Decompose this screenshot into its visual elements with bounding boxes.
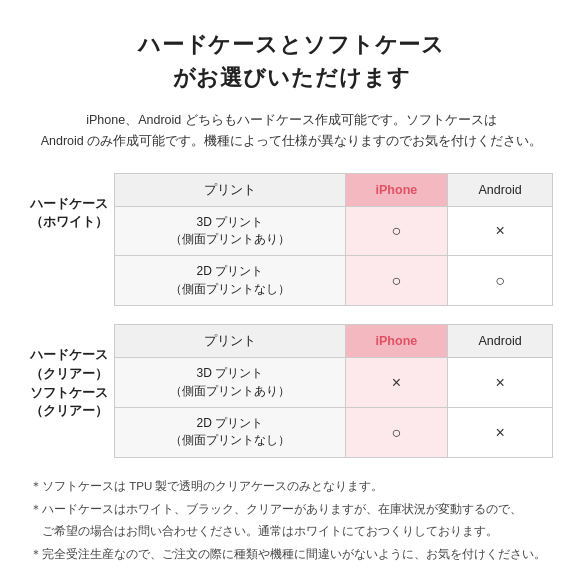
subtitle: iPhone、Android どちらもハードケース作成可能です。ソフトケースは … [30, 110, 553, 153]
section1-col-print: プリント [115, 173, 346, 206]
section1-row1-print: 3D プリント（側面プリントあり） [115, 206, 346, 256]
note-2: ＊ハードケースはホワイト、ブラック、クリアーがありますが、在庫状況が変動するので… [30, 499, 553, 520]
section2-col-android: Android [448, 325, 553, 358]
table-row: 2D プリント（側面プリントなし） ○ × [115, 408, 553, 458]
section2: ハードケース （クリアー） ソフトケース （クリアー） プリント iPhone … [30, 324, 553, 458]
section1-row1-android: × [448, 206, 553, 256]
section2-row1-android: × [448, 358, 553, 408]
section1-row2-android: ○ [448, 256, 553, 306]
table-row: 3D プリント（側面プリントあり） ○ × [115, 206, 553, 256]
note-1: ＊ソフトケースは TPU 製で透明のクリアケースのみとなります。 [30, 476, 553, 497]
section2-row1-print: 3D プリント（側面プリントあり） [115, 358, 346, 408]
section2-row2-android: × [448, 408, 553, 458]
note-2-cont: ご希望の場合はお問い合わせください。通常はホワイトにておつくりしております。 [30, 521, 553, 542]
section2-row1-iphone: × [345, 358, 448, 408]
section1: ハードケース （ホワイト） プリント iPhone Android 3D プリン… [30, 173, 553, 307]
main-title: ハードケースとソフトケース がお選びいただけます [30, 28, 553, 94]
section2-table: プリント iPhone Android 3D プリント（側面プリントあり） × … [114, 324, 553, 458]
section1-table-wrapper: ハードケース （ホワイト） プリント iPhone Android 3D プリン… [30, 173, 553, 307]
section2-row2-iphone: ○ [345, 408, 448, 458]
section2-col-print: プリント [115, 325, 346, 358]
table-row: 2D プリント（側面プリントなし） ○ ○ [115, 256, 553, 306]
section1-row2-iphone: ○ [345, 256, 448, 306]
section1-row-label: ハードケース （ホワイト） [30, 173, 114, 233]
section2-table-wrapper: ハードケース （クリアー） ソフトケース （クリアー） プリント iPhone … [30, 324, 553, 458]
section1-col-iphone: iPhone [345, 173, 448, 206]
section1-row1-iphone: ○ [345, 206, 448, 256]
section2-row2-print: 2D プリント（側面プリントなし） [115, 408, 346, 458]
note-3: ＊完全受注生産なので、ご注文の際に種類や機種に間違いがないように、お気を付けくだ… [30, 544, 553, 565]
section2-row-label: ハードケース （クリアー） ソフトケース （クリアー） [30, 324, 114, 421]
notes: ＊ソフトケースは TPU 製で透明のクリアケースのみとなります。 ＊ハードケース… [30, 476, 553, 565]
section1-table: プリント iPhone Android 3D プリント（側面プリントあり） ○ … [114, 173, 553, 307]
section1-row2-print: 2D プリント（側面プリントなし） [115, 256, 346, 306]
section2-col-iphone: iPhone [345, 325, 448, 358]
section1-col-android: Android [448, 173, 553, 206]
table-row: 3D プリント（側面プリントあり） × × [115, 358, 553, 408]
